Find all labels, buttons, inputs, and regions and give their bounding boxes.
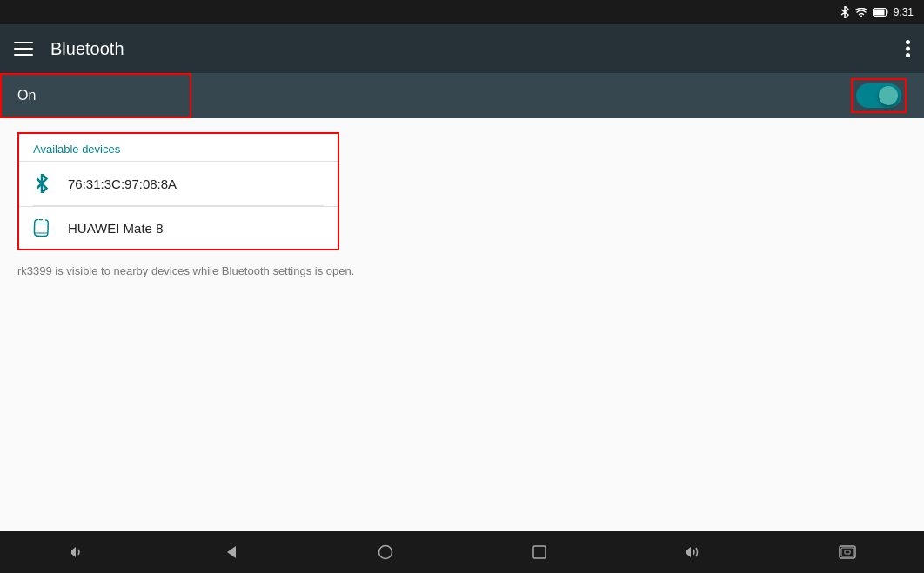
devices-section: Available devices 76:31:3C:97:08:8A HUAW… [17, 132, 339, 250]
svg-rect-5 [14, 54, 33, 56]
device-mac-address: 76:31:3C:97:08:8A [68, 177, 177, 191]
battery-status-icon [873, 7, 888, 17]
phone-device-icon [33, 219, 54, 237]
svg-point-6 [906, 40, 910, 44]
more-options-button[interactable] [906, 40, 910, 57]
toggle-bar: On [0, 73, 924, 118]
devices-section-header: Available devices [19, 134, 338, 161]
bluetooth-device-icon [33, 174, 54, 193]
status-time: 9:31 [894, 6, 914, 18]
device-huawei: HUAWEI Mate 8 [68, 221, 163, 236]
svg-rect-2 [886, 10, 887, 14]
main-content: Available devices 76:31:3C:97:08:8A HUAW… [0, 118, 924, 531]
svg-marker-13 [686, 547, 691, 557]
toggle-container-highlight [851, 78, 907, 113]
visibility-note: rk3399 is visible to nearby devices whil… [0, 250, 924, 291]
bluetooth-status-icon [840, 6, 850, 18]
nav-volume-up[interactable] [667, 531, 720, 573]
svg-rect-3 [14, 42, 33, 43]
nav-screenshot[interactable] [821, 531, 874, 573]
app-bar: Bluetooth [0, 24, 924, 73]
bluetooth-toggle[interactable] [856, 83, 901, 108]
nav-back[interactable] [205, 531, 258, 573]
nav-bar [0, 531, 924, 573]
bluetooth-status-label: On [17, 88, 36, 103]
app-bar-left: Bluetooth [14, 39, 124, 59]
nav-volume-down[interactable] [51, 531, 104, 573]
hamburger-menu-button[interactable] [14, 42, 33, 56]
svg-rect-16 [845, 550, 850, 554]
nav-home[interactable] [359, 531, 412, 573]
app-title: Bluetooth [50, 39, 124, 59]
wifi-status-icon [855, 8, 867, 17]
svg-marker-9 [71, 547, 76, 557]
device-item[interactable]: 76:31:3C:97:08:8A [19, 161, 338, 205]
svg-point-8 [906, 53, 910, 57]
device-item[interactable]: HUAWEI Mate 8 [19, 206, 338, 249]
svg-point-11 [378, 546, 392, 559]
svg-rect-1 [874, 10, 884, 16]
svg-rect-12 [533, 546, 546, 558]
toggle-knob [879, 86, 898, 105]
status-bar: 9:31 [0, 0, 924, 24]
svg-point-7 [906, 47, 910, 51]
svg-rect-15 [841, 548, 854, 556]
status-icons: 9:31 [840, 6, 914, 18]
svg-marker-10 [227, 546, 236, 558]
nav-recents[interactable] [513, 531, 566, 573]
svg-rect-4 [14, 48, 33, 50]
